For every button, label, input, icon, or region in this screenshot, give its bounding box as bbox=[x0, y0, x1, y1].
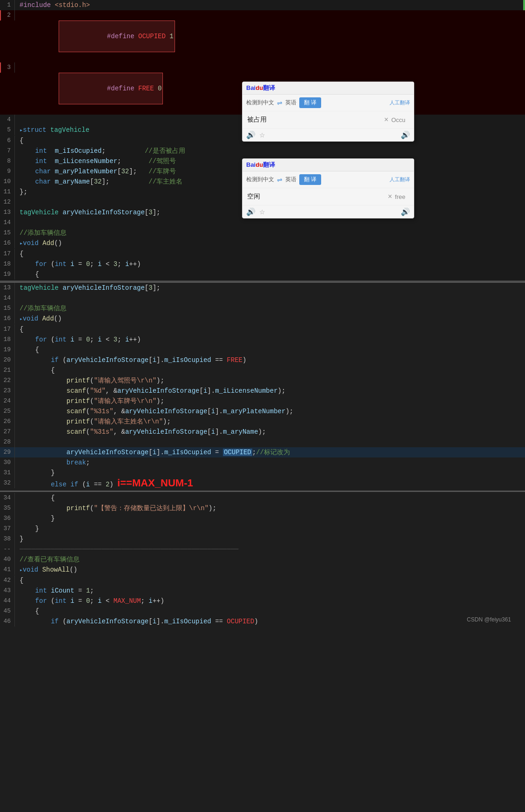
top-code-section: 1 #include <stdio.h> 2 #define OCUPIED 1… bbox=[0, 0, 525, 281]
lang-arrow-1[interactable]: ⇌ bbox=[277, 99, 283, 107]
line-code: //查看已有车辆信息 bbox=[15, 554, 525, 565]
target-lang-2[interactable]: 英语 bbox=[285, 176, 296, 184]
target-lang-1[interactable]: 英语 bbox=[285, 99, 296, 107]
line-code: //添加车辆信息 bbox=[15, 303, 525, 314]
line-number: 5 bbox=[0, 125, 15, 135]
code-line-29: 29 aryVehicleInfoStorage[i].m_iIsOcupied… bbox=[0, 447, 525, 457]
code-line-27: 27 scanf("%31s", &aryVehicleInfoStorage[… bbox=[0, 427, 525, 437]
line-number: 41 bbox=[0, 565, 15, 575]
line-code: scanf("%d", &aryVehicleInfoStorage[i].m_… bbox=[15, 386, 525, 396]
code-line-34: 34 { bbox=[0, 493, 525, 503]
code-line-7: 7 int m_iIsOcupied; //是否被占用 bbox=[0, 146, 525, 156]
detect-lang-2[interactable]: 检测到中文 bbox=[246, 176, 274, 184]
code-line-16: 16 ▸void Add() bbox=[0, 314, 525, 324]
manual-translate-1[interactable]: 人工翻译 bbox=[390, 99, 410, 106]
popup-header-2: Baidu翻译 bbox=[242, 159, 414, 171]
line-number: 19 bbox=[0, 269, 15, 280]
line-code: } bbox=[15, 513, 525, 524]
line-number: 29 bbox=[0, 447, 15, 457]
line-code: } bbox=[15, 524, 525, 534]
line-code: tagVehicle aryVehicleInfoStorage[3]; bbox=[15, 283, 525, 293]
sound-icon-left-1[interactable]: 🔊 bbox=[246, 130, 256, 139]
code-line-25: 25 scanf("%31s", &aryVehicleInfoStorage[… bbox=[0, 406, 525, 416]
code-line-35: 35 printf("【警告：存储数量已达到上限】\r\n"); bbox=[0, 503, 525, 513]
line-code: { bbox=[15, 365, 525, 375]
line-number: 4 bbox=[0, 115, 15, 125]
line-code: if (aryVehicleInfoStorage[i].m_iIsOcupie… bbox=[15, 616, 525, 627]
line-code: scanf("%31s", &aryVehicleInfoStorage[i].… bbox=[15, 406, 525, 416]
line-code: { bbox=[15, 575, 525, 586]
manual-translate-2[interactable]: 人工翻译 bbox=[390, 176, 410, 183]
line-number: 8 bbox=[0, 156, 15, 166]
line-number: 32 bbox=[0, 478, 15, 488]
line-number: 35 bbox=[0, 503, 15, 513]
line-code: } bbox=[15, 534, 525, 544]
sound-icon-left-2[interactable]: 🔊 bbox=[246, 207, 256, 216]
line-number: 28 bbox=[0, 437, 15, 447]
line-number: 18 bbox=[0, 259, 15, 269]
line-number: 6 bbox=[0, 136, 15, 146]
line-number: 42 bbox=[0, 575, 15, 586]
code-line-30: 30 break; bbox=[0, 457, 525, 468]
line-number: 40 bbox=[0, 554, 15, 565]
line-number: 1 bbox=[0, 0, 15, 10]
translate-button-2[interactable]: 翻 译 bbox=[299, 174, 321, 185]
code-line-22: 22 printf("请输入驾照号\r\n"); bbox=[0, 375, 525, 386]
code-line-15: 15 //添加车辆信息 bbox=[0, 303, 525, 314]
line-number: 45 bbox=[0, 606, 15, 616]
line-code: { bbox=[15, 345, 525, 355]
line-code: { bbox=[15, 493, 525, 503]
line-number: 31 bbox=[0, 468, 15, 478]
code-line-28: 28 bbox=[0, 437, 525, 447]
detect-lang-1[interactable]: 检测到中文 bbox=[246, 99, 274, 107]
code-editor: 1 #include <stdio.h> 2 #define OCUPIED 1… bbox=[0, 0, 525, 627]
translate-popup-2: Baidu翻译 检测到中文 ⇌ 英语 翻 译 人工翻译 空闲 × free 🔊 … bbox=[242, 158, 414, 218]
line-number: -- bbox=[0, 544, 15, 554]
line-number: 43 bbox=[0, 586, 15, 596]
sound-icon-right-2[interactable]: 🔊 bbox=[401, 207, 410, 216]
code-line-26: 26 printf("请输入车主姓名\r\n"); bbox=[0, 416, 525, 427]
line-number: 16 bbox=[0, 314, 15, 324]
line-code: for (int i = 0; i < MAX_NUM; i++) bbox=[15, 596, 525, 606]
sound-icon-right-1[interactable]: 🔊 bbox=[401, 130, 410, 139]
popup-close-2[interactable]: × bbox=[388, 193, 392, 200]
code-line-21: 21 { bbox=[0, 365, 525, 375]
popup-close-1[interactable]: × bbox=[384, 116, 388, 123]
line-number: 17 bbox=[0, 249, 15, 259]
line-code: else if (i == 2) i==MAX_NUM-1 bbox=[15, 478, 525, 490]
code-line-23: 23 scanf("%d", &aryVehicleInfoStorage[i]… bbox=[0, 386, 525, 396]
code-line-20: 20 if (aryVehicleInfoStorage[i].m_iIsOcu… bbox=[0, 355, 525, 365]
line-code: printf("请输入车牌号\r\n"); bbox=[15, 396, 525, 406]
code-line-24: 24 printf("请输入车牌号\r\n"); bbox=[0, 396, 525, 406]
line-code: printf("【警告：存储数量已达到上限】\r\n"); bbox=[15, 503, 525, 513]
line-number: 17 bbox=[0, 324, 15, 334]
line-code: { bbox=[15, 249, 525, 259]
line-code: ▸void Add() bbox=[15, 314, 525, 324]
popup-input-text-2: 空闲 bbox=[247, 192, 385, 201]
code-line-46: 46 if (aryVehicleInfoStorage[i].m_iIsOcu… bbox=[0, 616, 525, 627]
lang-arrow-2[interactable]: ⇌ bbox=[277, 176, 283, 184]
code-line-38: 38 } bbox=[0, 534, 525, 544]
line-number: 13 bbox=[0, 283, 15, 293]
code-line-36: 36 } bbox=[0, 513, 525, 524]
line-code: ▸void ShowAll() bbox=[15, 565, 525, 575]
translate-button-1[interactable]: 翻 译 bbox=[299, 97, 321, 108]
line-number: 20 bbox=[0, 355, 15, 365]
code-line-42: 42 { bbox=[0, 575, 525, 586]
line-code: { bbox=[15, 269, 525, 280]
star-icon-2[interactable]: ☆ bbox=[259, 208, 265, 216]
line-number: 2 bbox=[0, 10, 15, 20]
code-line-1: 1 #include <stdio.h> bbox=[0, 0, 525, 10]
line-number: 11 bbox=[0, 187, 15, 197]
line-number: 18 bbox=[0, 334, 15, 345]
line-number: 15 bbox=[0, 228, 15, 238]
code-line-14: 14 bbox=[0, 293, 525, 303]
csdn-watermark: CSDN @feiyu361 bbox=[467, 616, 511, 623]
line-number: 24 bbox=[0, 396, 15, 406]
line-number: 7 bbox=[0, 146, 15, 156]
line-number: 14 bbox=[0, 293, 15, 303]
line-code: //添加车辆信息 bbox=[15, 228, 525, 238]
star-icon-1[interactable]: ☆ bbox=[259, 131, 265, 139]
line-number: 23 bbox=[0, 386, 15, 396]
red-annotation: i==MAX_NUM-1 bbox=[117, 477, 193, 489]
